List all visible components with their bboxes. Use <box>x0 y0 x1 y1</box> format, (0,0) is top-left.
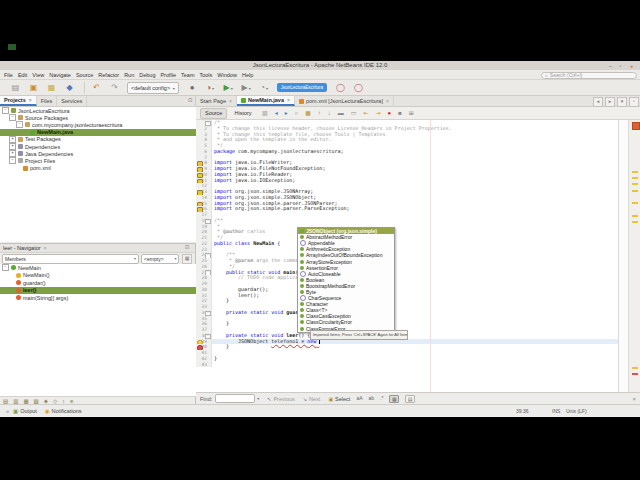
members-combo[interactable]: Members▾ <box>2 254 139 264</box>
warning-tick[interactable] <box>632 190 638 192</box>
diff-icon[interactable]: ▥ <box>262 107 268 120</box>
menu-view[interactable]: View <box>32 72 44 78</box>
tab-files[interactable]: Files <box>37 96 58 106</box>
warning-tick[interactable] <box>632 171 638 173</box>
tab-list-icon[interactable]: ▾ <box>617 97 627 107</box>
search-input[interactable]: ⌕ Search (Ctrl+I) <box>541 72 637 79</box>
tree-item-test-packages[interactable]: +Test Packages <box>0 136 196 143</box>
uncomment-icon[interactable]: ▭ <box>351 107 357 120</box>
record-macro-icon[interactable]: ● <box>388 107 392 120</box>
tree-item-jsonlecturaescritura[interactable]: −JsonLecturaEscritura <box>0 107 196 114</box>
projects-panel[interactable]: −JsonLecturaEscritura−Source Packages−co… <box>0 107 197 242</box>
minimize-button[interactable]: – <box>607 63 614 69</box>
menu-navigate[interactable]: Navigate <box>49 72 71 78</box>
tab-close-icon[interactable]: × <box>29 97 32 103</box>
menu-tools[interactable]: Tools <box>200 72 213 78</box>
next-bookmark-icon[interactable]: ⇥ <box>376 107 381 120</box>
expand-icon[interactable]: + <box>9 143 16 150</box>
config-select[interactable]: <default config> ▾ <box>127 82 179 94</box>
filter-combo[interactable]: <empty>▾ <box>141 254 179 264</box>
redo-icon[interactable]: ↷ <box>109 82 120 93</box>
find-history-dropdown-icon[interactable]: ▾ <box>257 396 259 401</box>
find-previous-button[interactable]: ↖ Previous <box>267 396 295 402</box>
find-close-icon[interactable]: × <box>632 396 636 402</box>
scroll-tabs-left-icon[interactable]: ◂ <box>593 97 603 107</box>
profile-project-icon[interactable]: ◔▾ <box>259 82 270 93</box>
undo-icon[interactable]: ↶ <box>91 82 102 93</box>
status-circle-icon-2[interactable]: ◯ <box>353 82 364 93</box>
navigator-tree[interactable]: −NewMainNewMain()guardar()leer()main(Str… <box>0 264 197 396</box>
back-icon[interactable]: ◂ <box>275 107 278 120</box>
close-button[interactable]: ● <box>628 63 635 69</box>
tab-services[interactable]: Services <box>57 96 87 106</box>
history-view-button[interactable]: History <box>229 108 256 119</box>
navigator-sort-button[interactable]: ▦ <box>182 254 192 264</box>
highlight-results-icon[interactable]: ▦ <box>389 395 399 403</box>
tree-item-main-string-args[interactable]: main(String[] args) <box>0 294 196 302</box>
warning-tick[interactable] <box>632 177 638 179</box>
menu-team[interactable]: Team <box>181 72 194 78</box>
error-tick[interactable] <box>632 373 638 375</box>
maximize-editor-icon[interactable]: ▫ <box>629 97 639 107</box>
highlight-occurrences-icon[interactable]: ▩ <box>305 107 311 120</box>
expand-output-icon[interactable]: » <box>6 408 9 414</box>
warning-tick[interactable] <box>632 215 638 217</box>
run-macro-icon[interactable]: ■ <box>398 107 402 120</box>
find-selection-icon[interactable]: ⌕ <box>295 107 298 120</box>
source-view-button[interactable]: Source <box>200 108 227 119</box>
tab-projects[interactable]: Projects× <box>0 96 37 106</box>
minimize-window-group-icon[interactable]: ⊡ <box>183 244 191 252</box>
match-case-icon[interactable]: aA <box>356 395 362 403</box>
error-stripe[interactable] <box>628 120 640 392</box>
tree-item-source-packages[interactable]: −Source Packages <box>0 114 196 121</box>
find-input[interactable] <box>215 394 255 403</box>
tree-item-newmain[interactable]: NewMain() <box>0 272 196 280</box>
tree-item-leer[interactable]: leer() <box>0 287 196 295</box>
collapse-icon[interactable]: − <box>9 114 16 121</box>
find-next-button[interactable]: ↘ Next <box>303 396 321 402</box>
search-selection-icon[interactable]: ▤ <box>405 395 415 403</box>
forward-icon[interactable]: ▸ <box>285 107 288 120</box>
previous-bookmark-icon[interactable]: ⇤ <box>363 107 368 120</box>
collapse-icon[interactable]: − <box>16 121 23 128</box>
maximize-button[interactable]: ▫ <box>617 63 624 69</box>
tab-close-icon[interactable]: × <box>386 98 389 104</box>
editor-tab-newmain-java[interactable]: NewMain.java× <box>237 96 295 106</box>
tree-item-newmain-java[interactable]: NewMain.java <box>0 129 196 136</box>
tab-close-icon[interactable]: × <box>229 98 232 104</box>
debug-project-icon[interactable]: ▶▾ <box>241 82 252 93</box>
expand-icon[interactable]: + <box>9 136 16 143</box>
editor-tab-pom-xml-jsonlecturaescritura[interactable]: pom.xml [JsonLecturaEscritura]× <box>295 96 394 106</box>
open-project-icon[interactable]: ▦ <box>46 82 57 93</box>
whole-words-icon[interactable]: ab <box>369 395 375 403</box>
minimize-left-group-icon[interactable]: ⊡ <box>186 97 194 105</box>
menu-window[interactable]: Window <box>217 72 237 78</box>
find-select-button[interactable]: ▣ Select <box>328 396 350 402</box>
warning-tick[interactable] <box>632 221 638 223</box>
new-project-icon[interactable]: ▣ <box>28 82 39 93</box>
tree-item-guardar[interactable]: guardar() <box>0 279 196 287</box>
menu-edit[interactable]: Edit <box>18 72 27 78</box>
warning-tick[interactable] <box>632 183 638 185</box>
collapse-icon[interactable]: − <box>2 107 9 114</box>
code-editor[interactable]: 1−/*2 * To change this license header, c… <box>196 120 618 392</box>
tree-item-java-dependencies[interactable]: +Java Dependencies <box>0 150 196 157</box>
menu-refactor[interactable]: Refactor <box>98 72 119 78</box>
regex-icon[interactable]: .* <box>380 395 383 403</box>
menu-profile[interactable]: Profile <box>160 72 176 78</box>
tree-item-pom-xml[interactable]: pom.xml <box>0 165 196 172</box>
previous-occurrence-icon[interactable]: ↑ <box>318 107 321 120</box>
tree-item-project-files[interactable]: −Project Files <box>0 157 196 164</box>
insert-icon[interactable]: ⊞ <box>409 107 414 120</box>
save-all-icon[interactable]: ◆ <box>64 82 75 93</box>
expand-icon[interactable]: + <box>9 150 16 157</box>
build-project-icon[interactable]: ● <box>187 82 198 93</box>
tab-close-icon[interactable]: × <box>287 97 290 103</box>
editor-tab-start-page[interactable]: Start Page× <box>196 96 237 106</box>
run-project-icon[interactable]: ▶▾ <box>223 82 234 93</box>
menu-run[interactable]: Run <box>124 72 134 78</box>
navigator-close-icon[interactable]: × <box>44 245 47 251</box>
menu-source[interactable]: Source <box>76 72 93 78</box>
clean-build-project-icon[interactable]: ◑▾ <box>205 82 216 93</box>
output-label[interactable]: Output <box>20 408 37 414</box>
